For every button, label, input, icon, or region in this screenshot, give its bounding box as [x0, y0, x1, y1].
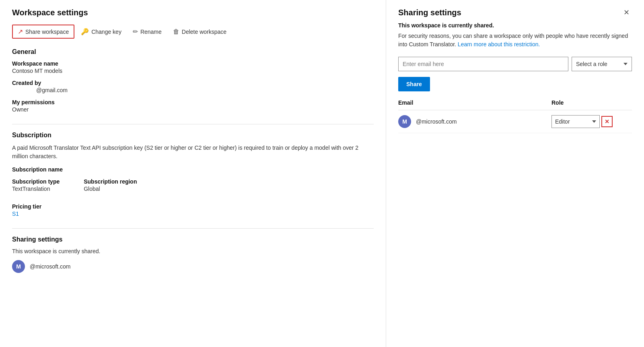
email-input[interactable]	[398, 57, 568, 71]
trash-icon: 🗑	[173, 28, 179, 35]
subscription-desc: A paid Microsoft Translator Text API sub…	[12, 144, 374, 161]
key-icon: 🔑	[81, 28, 89, 35]
share-button[interactable]: Share	[398, 77, 430, 91]
avatar: M	[12, 260, 25, 273]
user-table: M @microsoft.com Editor Owner ✕	[398, 110, 632, 133]
subscription-type-col: Subscription type TextTranslation	[12, 178, 60, 198]
change-key-button[interactable]: 🔑 Change key	[76, 25, 126, 38]
pricing-tier-value: S1	[12, 211, 374, 217]
email-column-header: Email	[398, 99, 551, 106]
user-role-col: Editor Owner ✕	[551, 115, 632, 128]
subscription-section-title: Subscription	[12, 132, 374, 139]
subscription-type-label: Subscription type	[12, 178, 60, 185]
table-row: M @microsoft.com Editor Owner ✕	[398, 110, 632, 133]
share-workspace-button[interactable]: ↗ Share workspace	[12, 25, 74, 39]
panel-title: Sharing settings	[398, 8, 461, 17]
subscription-two-col: Subscription type TextTranslation Subscr…	[12, 178, 374, 198]
rename-button[interactable]: ✏ Rename	[128, 25, 167, 38]
subscription-section: Subscription A paid Microsoft Translator…	[12, 132, 374, 217]
table-header: Email Role	[398, 95, 632, 110]
subscription-type-value: TextTranslation	[12, 186, 60, 192]
close-button[interactable]: ✕	[621, 8, 632, 17]
general-section: General Workspace name Contoso MT models…	[12, 48, 374, 113]
permissions-value: Owner	[12, 106, 374, 113]
panel-desc: For security reasons, you can share a wo…	[398, 32, 632, 49]
user-email: @microsoft.com	[416, 118, 457, 125]
permissions-label: My permissions	[12, 99, 374, 105]
panel-header: Sharing settings ✕	[398, 8, 632, 17]
delete-workspace-button[interactable]: 🗑 Delete workspace	[168, 26, 231, 38]
role-select[interactable]: Select a role Editor Owner	[572, 57, 632, 71]
pricing-tier-label: Pricing tier	[12, 203, 374, 210]
workspace-name-label: Workspace name	[12, 60, 374, 67]
subscription-name-label: Subscription name	[12, 166, 374, 173]
learn-more-link[interactable]: Learn more about this restriction.	[458, 41, 540, 48]
general-section-title: General	[12, 48, 374, 56]
right-panel: Sharing settings ✕ This workspace is cur…	[386, 0, 644, 347]
sharing-status-text: This workspace is currently shared.	[12, 248, 374, 254]
workspace-name-value: Contoso MT models	[12, 68, 374, 74]
edit-icon: ✏	[133, 28, 138, 35]
subscription-region-label: Subscription region	[84, 178, 137, 185]
panel-shared-text: This workspace is currently shared.	[398, 22, 632, 29]
created-by-label: Created by	[12, 80, 374, 86]
remove-user-button[interactable]: ✕	[601, 116, 613, 127]
role-select-inline[interactable]: Editor Owner	[551, 115, 600, 128]
page-title: Workspace settings	[12, 8, 374, 17]
share-icon: ↗	[18, 28, 23, 35]
toolbar: ↗ Share workspace 🔑 Change key ✏ Rename …	[12, 25, 374, 39]
user-email-left: @microsoft.com	[30, 263, 70, 270]
role-select-wrapper: Select a role Editor Owner	[572, 57, 632, 71]
share-row: Select a role Editor Owner	[398, 57, 632, 71]
sharing-section-title-left: Sharing settings	[12, 236, 374, 243]
user-row-left: M @microsoft.com	[12, 260, 374, 273]
avatar: M	[398, 115, 411, 128]
subscription-region-value: Global	[84, 186, 137, 192]
sharing-section-left: Sharing settings This workspace is curre…	[12, 236, 374, 273]
role-column-header: Role	[551, 99, 632, 106]
left-panel: Workspace settings ↗ Share workspace 🔑 C…	[0, 0, 386, 347]
subscription-region-col: Subscription region Global	[84, 178, 137, 198]
user-email-col: M @microsoft.com	[398, 115, 551, 128]
created-by-value: @gmail.com	[12, 87, 374, 93]
